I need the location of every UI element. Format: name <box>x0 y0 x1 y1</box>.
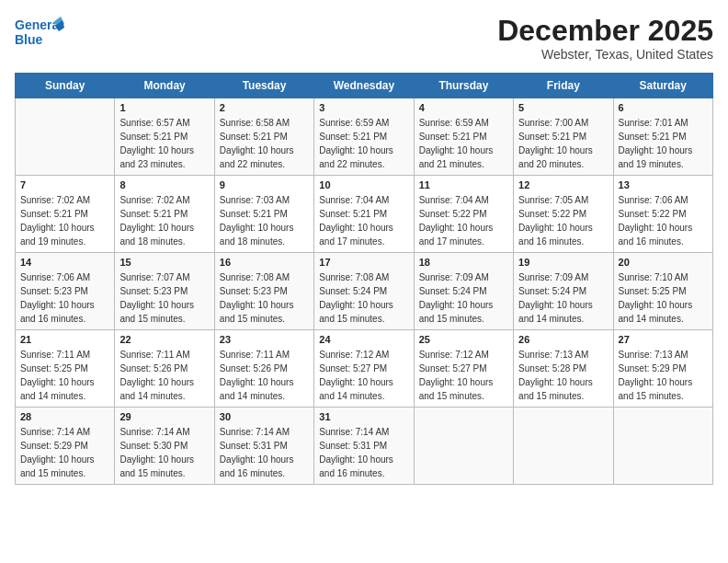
cell-week2-day7: 13Sunrise: 7:06 AM Sunset: 5:22 PM Dayli… <box>613 176 712 253</box>
week-row-2: 7Sunrise: 7:02 AM Sunset: 5:21 PM Daylig… <box>16 176 713 253</box>
day-info: Sunrise: 7:08 AM Sunset: 5:24 PM Dayligh… <box>319 270 408 326</box>
cell-week2-day5: 11Sunrise: 7:04 AM Sunset: 5:22 PM Dayli… <box>414 176 513 253</box>
day-number: 12 <box>518 179 608 190</box>
week-row-4: 21Sunrise: 7:11 AM Sunset: 5:25 PM Dayli… <box>16 330 713 408</box>
day-info: Sunrise: 7:14 AM Sunset: 5:31 PM Dayligh… <box>319 425 408 480</box>
day-info: Sunrise: 7:09 AM Sunset: 5:24 PM Dayligh… <box>419 270 508 326</box>
cell-week3-day3: 16Sunrise: 7:08 AM Sunset: 5:23 PM Dayli… <box>214 253 313 330</box>
cell-week1-day1 <box>16 98 115 176</box>
day-info: Sunrise: 6:59 AM Sunset: 5:21 PM Dayligh… <box>419 116 508 171</box>
day-number: 8 <box>119 179 209 190</box>
day-info: Sunrise: 7:07 AM Sunset: 5:23 PM Dayligh… <box>119 270 209 326</box>
day-info: Sunrise: 7:14 AM Sunset: 5:30 PM Dayligh… <box>119 425 209 480</box>
day-number: 24 <box>319 334 408 345</box>
calendar-body: 1Sunrise: 6:57 AM Sunset: 5:21 PM Daylig… <box>16 98 713 485</box>
day-number: 13 <box>619 179 708 190</box>
day-info: Sunrise: 7:09 AM Sunset: 5:24 PM Dayligh… <box>518 270 608 326</box>
day-number: 20 <box>619 257 708 268</box>
cell-week4-day6: 26Sunrise: 7:13 AM Sunset: 5:28 PM Dayli… <box>514 330 613 408</box>
week-row-1: 1Sunrise: 6:57 AM Sunset: 5:21 PM Daylig… <box>16 98 713 176</box>
header-friday: Friday <box>514 74 613 98</box>
day-number: 5 <box>518 102 608 113</box>
day-number: 15 <box>119 257 209 268</box>
cell-week1-day2: 1Sunrise: 6:57 AM Sunset: 5:21 PM Daylig… <box>115 98 214 176</box>
day-info: Sunrise: 7:04 AM Sunset: 5:21 PM Dayligh… <box>319 193 408 248</box>
day-number: 4 <box>419 102 508 113</box>
week-row-5: 28Sunrise: 7:14 AM Sunset: 5:29 PM Dayli… <box>16 408 713 485</box>
day-info: Sunrise: 6:57 AM Sunset: 5:21 PM Dayligh… <box>119 116 209 171</box>
cell-week5-day6 <box>514 408 613 485</box>
day-info: Sunrise: 7:14 AM Sunset: 5:29 PM Dayligh… <box>20 425 109 480</box>
header-saturday: Saturday <box>613 74 712 98</box>
cell-week3-day2: 15Sunrise: 7:07 AM Sunset: 5:23 PM Dayli… <box>115 253 214 330</box>
day-number: 11 <box>419 179 508 190</box>
day-number: 28 <box>20 411 109 422</box>
cell-week4-day7: 27Sunrise: 7:13 AM Sunset: 5:29 PM Dayli… <box>613 330 712 408</box>
day-number: 17 <box>319 257 408 268</box>
day-info: Sunrise: 7:12 AM Sunset: 5:27 PM Dayligh… <box>419 348 508 403</box>
location: Webster, Texas, United States <box>497 47 713 62</box>
header-sunday: Sunday <box>16 74 115 98</box>
day-info: Sunrise: 7:06 AM Sunset: 5:22 PM Dayligh… <box>619 193 708 248</box>
cell-week3-day7: 20Sunrise: 7:10 AM Sunset: 5:25 PM Dayli… <box>613 253 712 330</box>
cell-week4-day3: 23Sunrise: 7:11 AM Sunset: 5:26 PM Dayli… <box>214 330 313 408</box>
cell-week5-day1: 28Sunrise: 7:14 AM Sunset: 5:29 PM Dayli… <box>16 408 115 485</box>
cell-week5-day5 <box>414 408 513 485</box>
cell-week4-day4: 24Sunrise: 7:12 AM Sunset: 5:27 PM Dayli… <box>314 330 414 408</box>
day-number: 19 <box>518 257 608 268</box>
cell-week2-day2: 8Sunrise: 7:02 AM Sunset: 5:21 PM Daylig… <box>115 176 214 253</box>
cell-week4-day2: 22Sunrise: 7:11 AM Sunset: 5:26 PM Dayli… <box>115 330 214 408</box>
day-number: 9 <box>220 179 309 190</box>
cell-week3-day1: 14Sunrise: 7:06 AM Sunset: 5:23 PM Dayli… <box>16 253 115 330</box>
cell-week2-day3: 9Sunrise: 7:03 AM Sunset: 5:21 PM Daylig… <box>214 176 313 253</box>
header-thursday: Thursday <box>414 74 513 98</box>
day-number: 1 <box>119 102 209 113</box>
cell-week2-day1: 7Sunrise: 7:02 AM Sunset: 5:21 PM Daylig… <box>16 176 115 253</box>
day-info: Sunrise: 7:03 AM Sunset: 5:21 PM Dayligh… <box>220 193 309 248</box>
svg-text:General: General <box>15 17 63 32</box>
day-number: 29 <box>119 411 209 422</box>
day-number: 26 <box>518 334 608 345</box>
calendar-table: SundayMondayTuesdayWednesdayThursdayFrid… <box>15 73 713 485</box>
day-info: Sunrise: 7:11 AM Sunset: 5:25 PM Dayligh… <box>20 348 109 403</box>
day-info: Sunrise: 7:02 AM Sunset: 5:21 PM Dayligh… <box>119 193 209 248</box>
day-info: Sunrise: 7:02 AM Sunset: 5:21 PM Dayligh… <box>20 193 109 248</box>
cell-week1-day3: 2Sunrise: 6:58 AM Sunset: 5:21 PM Daylig… <box>214 98 313 176</box>
day-number: 16 <box>220 257 309 268</box>
month-title: December 2025 <box>497 15 713 47</box>
cell-week5-day3: 30Sunrise: 7:14 AM Sunset: 5:31 PM Dayli… <box>214 408 313 485</box>
day-info: Sunrise: 7:04 AM Sunset: 5:22 PM Dayligh… <box>419 193 508 248</box>
day-number: 23 <box>220 334 309 345</box>
cell-week3-day5: 18Sunrise: 7:09 AM Sunset: 5:24 PM Dayli… <box>414 253 513 330</box>
cell-week2-day6: 12Sunrise: 7:05 AM Sunset: 5:22 PM Dayli… <box>514 176 613 253</box>
day-number: 22 <box>119 334 209 345</box>
day-info: Sunrise: 7:01 AM Sunset: 5:21 PM Dayligh… <box>619 116 708 171</box>
svg-text:Blue: Blue <box>15 32 43 47</box>
day-info: Sunrise: 7:06 AM Sunset: 5:23 PM Dayligh… <box>20 270 109 326</box>
logo-icon: GeneralBlue <box>15 15 65 52</box>
cell-week5-day4: 31Sunrise: 7:14 AM Sunset: 5:31 PM Dayli… <box>314 408 414 485</box>
week-row-3: 14Sunrise: 7:06 AM Sunset: 5:23 PM Dayli… <box>16 253 713 330</box>
cell-week4-day1: 21Sunrise: 7:11 AM Sunset: 5:25 PM Dayli… <box>16 330 115 408</box>
day-number: 21 <box>20 334 109 345</box>
logo: GeneralBlue <box>15 15 65 52</box>
title-block: December 2025 Webster, Texas, United Sta… <box>497 15 713 62</box>
day-number: 18 <box>419 257 508 268</box>
calendar-header: SundayMondayTuesdayWednesdayThursdayFrid… <box>16 74 713 98</box>
header-monday: Monday <box>115 74 214 98</box>
day-number: 14 <box>20 257 109 268</box>
day-number: 10 <box>319 179 408 190</box>
day-info: Sunrise: 6:59 AM Sunset: 5:21 PM Dayligh… <box>319 116 408 171</box>
cell-week5-day7 <box>613 408 712 485</box>
day-info: Sunrise: 7:00 AM Sunset: 5:21 PM Dayligh… <box>518 116 608 171</box>
header-row: SundayMondayTuesdayWednesdayThursdayFrid… <box>16 74 713 98</box>
day-number: 31 <box>319 411 408 422</box>
cell-week5-day2: 29Sunrise: 7:14 AM Sunset: 5:30 PM Dayli… <box>115 408 214 485</box>
day-number: 27 <box>619 334 708 345</box>
day-info: Sunrise: 7:11 AM Sunset: 5:26 PM Dayligh… <box>119 348 209 403</box>
day-info: Sunrise: 6:58 AM Sunset: 5:21 PM Dayligh… <box>220 116 309 171</box>
day-number: 2 <box>220 102 309 113</box>
day-number: 6 <box>619 102 708 113</box>
cell-week2-day4: 10Sunrise: 7:04 AM Sunset: 5:21 PM Dayli… <box>314 176 414 253</box>
cell-week1-day6: 5Sunrise: 7:00 AM Sunset: 5:21 PM Daylig… <box>514 98 613 176</box>
